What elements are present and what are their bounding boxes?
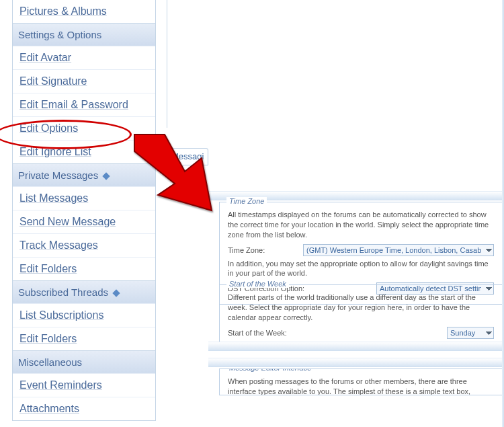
panel-divider [167, 0, 167, 128]
sidebar-header-subscribed-threads: Subscribed Threads [13, 280, 155, 303]
sidebar-header-miscellaneous: Miscellaneous [13, 350, 155, 373]
timezone-description-2: In addition, you may set the appropriate… [228, 259, 494, 279]
sidebar-item-edit-folders-sub[interactable]: Edit Folders [13, 327, 155, 350]
sidebar-item-edit-email-password[interactable]: Edit Email & Password [13, 93, 155, 116]
timezone-description-1: All timestamps displayed on the forums c… [228, 210, 494, 240]
sidebar-header-label: Private Messages [18, 169, 98, 181]
sidebar-item-edit-avatar[interactable]: Edit Avatar [13, 46, 155, 69]
section-divider-bar [208, 358, 504, 367]
sidebar-item-event-reminders[interactable]: Event Reminders [13, 373, 155, 397]
sidebar-item-list-messages[interactable]: List Messages [13, 186, 155, 210]
sidebar-header-settings-options: Settings & Options [13, 23, 155, 46]
startweek-description: Different parts of the world traditional… [228, 293, 494, 323]
timezone-select[interactable]: (GMT) Western Europe Time, London, Lisbo… [303, 244, 494, 256]
sidebar-header-private-messages: Private Messages [13, 163, 155, 186]
sidebar-item-pictures-albums[interactable]: Pictures & Albums [13, 0, 155, 23]
sidebar-header-label: Subscribed Threads [18, 286, 108, 298]
legend-timezone: Time Zone [226, 197, 267, 205]
legend-editor: Message Editor Interface [226, 368, 314, 372]
tab-messaging[interactable]: Messagi [171, 148, 208, 165]
startweek-select[interactable]: Sunday [447, 327, 494, 339]
sidebar-item-track-messages[interactable]: Track Messages [13, 233, 155, 257]
collapse-icon[interactable] [112, 289, 120, 297]
timezone-label: Time Zone: [228, 246, 265, 254]
sidebar-item-list-subscriptions[interactable]: List Subscriptions [13, 303, 155, 327]
legend-startweek: Start of the Week [226, 280, 289, 288]
sidebar-item-edit-signature[interactable]: Edit Signature [13, 69, 155, 93]
collapse-icon[interactable] [103, 172, 110, 180]
sidebar-item-edit-ignore-list[interactable]: Edit Ignore List [13, 140, 155, 163]
fieldset-startweek: Start of the Week Different parts of the… [219, 284, 503, 349]
sidebar: Pictures & Albums Settings & Options Edi… [12, 0, 156, 421]
sidebar-item-edit-folders-pm[interactable]: Edit Folders [13, 257, 155, 280]
startweek-label: Start of the Week: [228, 329, 287, 337]
editor-description: When posting messages to the forums or o… [228, 377, 494, 395]
sidebar-item-attachments[interactable]: Attachments [13, 397, 155, 420]
sidebar-item-send-new-message[interactable]: Send New Message [13, 210, 155, 233]
section-divider-bar [208, 342, 504, 351]
fieldset-editor: Message Editor Interface When posting me… [219, 368, 503, 395]
sidebar-item-edit-options[interactable]: Edit Options [13, 116, 155, 140]
